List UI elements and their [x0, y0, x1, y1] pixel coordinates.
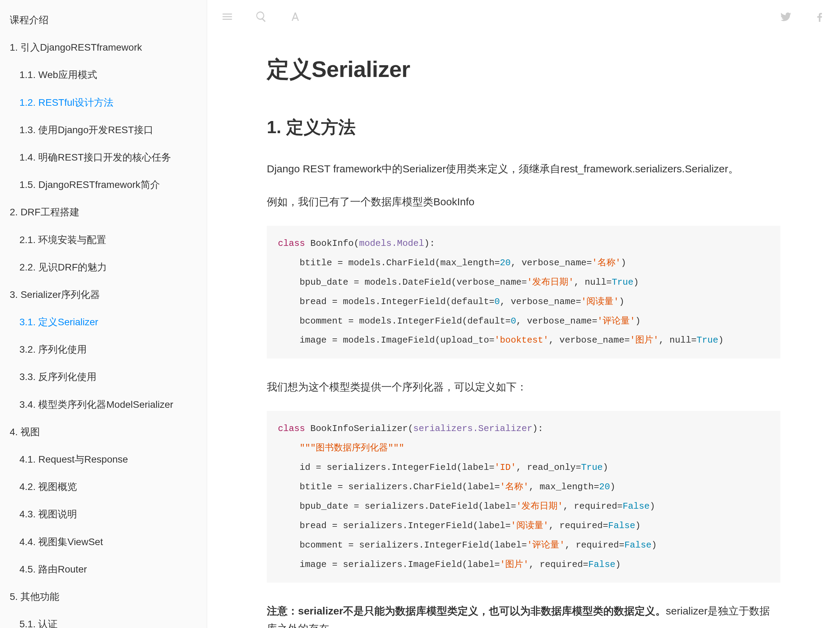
- sidebar-item-16[interactable]: 4.2. 视图概览: [0, 473, 207, 501]
- sidebar-item-3[interactable]: 1.3. 使用Django开发REST接口: [0, 116, 207, 143]
- facebook-icon[interactable]: [812, 9, 827, 24]
- main-pane: 定义Serializer 1. 定义方法 Django REST framewo…: [207, 0, 840, 628]
- twitter-icon[interactable]: [778, 9, 794, 24]
- content: 定义Serializer 1. 定义方法 Django REST framewo…: [246, 33, 801, 628]
- sidebar-item-0[interactable]: 1. 引入DjangoRESTframework: [0, 34, 207, 61]
- sidebar-item-5[interactable]: 1.5. DjangoRESTframework简介: [0, 171, 207, 198]
- sidebar-item-18[interactable]: 4.4. 视图集ViewSet: [0, 528, 207, 556]
- sidebar-item-intro[interactable]: 课程介绍: [0, 6, 207, 34]
- paragraph-3: 我们想为这个模型类提供一个序列化器，可以定义如下：: [267, 378, 780, 396]
- topbar: [207, 0, 840, 33]
- font-icon[interactable]: [287, 9, 303, 24]
- sidebar-item-20[interactable]: 5. 其他功能: [0, 583, 207, 610]
- menu-icon[interactable]: [219, 9, 235, 24]
- sidebar-item-8[interactable]: 2.2. 见识DRF的魅力: [0, 253, 207, 281]
- page-title: 定义Serializer: [267, 54, 780, 85]
- paragraph-1: Django REST framework中的Serializer使用类来定义，…: [267, 160, 780, 178]
- sidebar: 课程介绍 1. 引入DjangoRESTframework1.1. Web应用模…: [0, 0, 207, 628]
- sidebar-item-13[interactable]: 3.4. 模型类序列化器ModelSerializer: [0, 391, 207, 418]
- sidebar-item-15[interactable]: 4.1. Request与Response: [0, 445, 207, 473]
- code-block-serializer: class BookInfoSerializer(serializers.Ser…: [267, 411, 780, 582]
- section-heading: 1. 定义方法: [267, 116, 780, 139]
- sidebar-item-17[interactable]: 4.3. 视图说明: [0, 501, 207, 528]
- sidebar-item-6[interactable]: 2. DRF工程搭建: [0, 198, 207, 226]
- sidebar-item-9[interactable]: 3. Serializer序列化器: [0, 281, 207, 308]
- code-block-bookinfo: class BookInfo(models.Model): btitle = m…: [267, 226, 780, 359]
- search-icon[interactable]: [254, 9, 269, 24]
- sidebar-item-11[interactable]: 3.2. 序列化使用: [0, 336, 207, 363]
- sidebar-item-7[interactable]: 2.1. 环境安装与配置: [0, 226, 207, 253]
- sidebar-item-14[interactable]: 4. 视图: [0, 418, 207, 445]
- paragraph-4: 注意：serializer不是只能为数据库模型类定义，也可以为非数据库模型类的数…: [267, 602, 780, 628]
- sidebar-item-19[interactable]: 4.5. 路由Router: [0, 556, 207, 583]
- sidebar-item-21[interactable]: 5.1. 认证: [0, 610, 207, 628]
- sidebar-item-1[interactable]: 1.1. Web应用模式: [0, 61, 207, 88]
- sidebar-item-10[interactable]: 3.1. 定义Serializer: [0, 308, 207, 336]
- paragraph-2: 例如，我们已有了一个数据库模型类BookInfo: [267, 193, 780, 211]
- sidebar-item-12[interactable]: 3.3. 反序列化使用: [0, 363, 207, 390]
- sidebar-item-2[interactable]: 1.2. RESTful设计方法: [0, 89, 207, 116]
- sidebar-item-4[interactable]: 1.4. 明确REST接口开发的核心任务: [0, 143, 207, 171]
